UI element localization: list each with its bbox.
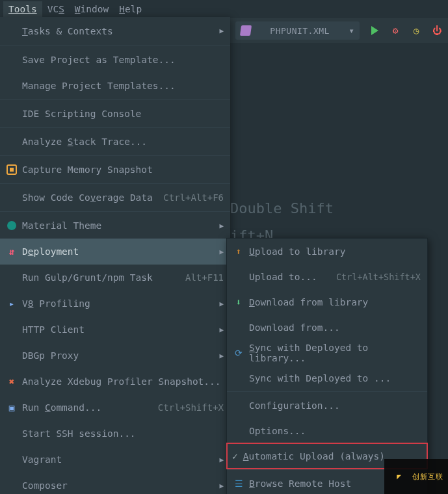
deploy-sync-library[interactable]: ⟳ Sync with Deployed to library... [227, 340, 427, 365]
deploy-sync-to[interactable]: Sync with Deployed to ... [227, 365, 427, 391]
separator [0, 183, 230, 184]
server-icon: ☰ [232, 478, 245, 489]
php-config-icon [240, 25, 252, 36]
tools-manage-templates[interactable]: Manage Project Templates... [0, 73, 230, 99]
run-config-label: PHPUNIT.XML [256, 26, 343, 36]
separator [0, 155, 230, 156]
chip-icon [5, 164, 18, 175]
deployment-icon: ⇵ [5, 246, 18, 257]
tools-xdebug[interactable]: ✖ Analyze Xdebug Profiler Snapshot... [0, 369, 230, 395]
tools-http-client[interactable]: HTTP Client ▶ [0, 317, 230, 343]
shortcut: Ctrl+Alt+Shift+X [336, 272, 421, 282]
tools-material-theme[interactable]: Material Theme ▶ [0, 213, 230, 239]
tools-ssh[interactable]: Start SSH session... [0, 421, 230, 447]
chevron-right-icon: ▶ [219, 248, 224, 256]
watermark: ◤ 创新互联 [384, 459, 448, 494]
shortcut: Ctrl+Shift+X [158, 402, 224, 413]
download-icon: ⬇ [232, 297, 245, 307]
chevron-right-icon: ▶ [219, 27, 224, 35]
debug-button[interactable]: ⚙ [389, 25, 401, 36]
chevron-right-icon: ▶ [219, 222, 224, 230]
shortcut: Ctrl+Alt+F6 [163, 192, 224, 203]
coverage-run-button[interactable]: ◷ [410, 25, 422, 36]
separator [0, 46, 230, 46]
v8-icon: ▸ [5, 298, 18, 309]
watermark-icon: ◤ [390, 467, 408, 486]
tools-composer[interactable]: Composer ▶ [0, 473, 230, 494]
xdebug-icon: ✖ [5, 376, 18, 387]
tools-analyze-stack[interactable]: Analyze Stack Trace... [0, 129, 230, 155]
tools-dropdown: Tasks & Contexts ▶ Save Project as Templ… [0, 17, 230, 494]
chevron-right-icon: ▶ [219, 352, 224, 360]
separator [0, 99, 230, 100]
terminal-icon: ▣ [5, 402, 18, 413]
chevron-right-icon: ▶ [219, 456, 224, 464]
run-config-selector[interactable]: PHPUNIT.XML ▾ [235, 21, 360, 40]
stop-button[interactable]: ⏻ [431, 25, 443, 36]
upload-icon: ⬆ [232, 246, 245, 257]
phone-icon: ⏻ [432, 25, 442, 36]
chevron-right-icon: ▶ [219, 300, 224, 308]
tools-capture-memory[interactable]: Capture Memory Snapshot [0, 157, 230, 183]
deployment-submenu: ⬆ Upload to library Upload to... Ctrl+Al… [226, 238, 428, 494]
menu-help[interactable]: Help [114, 1, 147, 17]
tools-vagrant[interactable]: Vagrant ▶ [0, 447, 230, 473]
chevron-right-icon: ▶ [219, 326, 224, 334]
separator [227, 391, 427, 392]
coverage-icon: ◷ [414, 25, 419, 36]
chevron-right-icon: ▶ [219, 482, 224, 490]
deploy-download-from[interactable]: Download from... [227, 315, 427, 340]
tools-coverage[interactable]: Show Code Coverage Data Ctrl+Alt+F6 [0, 185, 230, 211]
tools-v8[interactable]: ▸ V8 Profiling ▶ [0, 291, 230, 317]
menubar: Tools VCS Window Help [0, 0, 448, 18]
deploy-download-library[interactable]: ⬇ Download from library [227, 289, 427, 315]
bug-icon: ⚙ [393, 25, 399, 36]
play-icon [371, 26, 378, 35]
deploy-configuration[interactable]: Configuration... [227, 393, 427, 418]
menu-tools[interactable]: Tools [3, 1, 42, 17]
separator [0, 211, 230, 212]
tools-dbgp[interactable]: DBGp Proxy ▶ [0, 343, 230, 369]
deploy-upload-library[interactable]: ⬆ Upload to library [227, 239, 427, 264]
material-theme-icon [5, 221, 18, 230]
watermark-text: 创新互联 [412, 472, 443, 482]
chevron-down-icon: ▾ [349, 25, 354, 36]
checkmark-icon: ✓ [232, 451, 238, 462]
sync-icon: ⟳ [232, 348, 245, 358]
deploy-upload-to[interactable]: Upload to... Ctrl+Alt+Shift+X [227, 264, 427, 289]
menu-vcs[interactable]: VCS [42, 1, 70, 17]
tools-save-template[interactable]: Save Project as Template... [0, 47, 230, 73]
tools-ide-console[interactable]: IDE Scripting Console [0, 101, 230, 127]
tools-tasks-contexts[interactable]: Tasks & Contexts ▶ [0, 17, 230, 45]
separator [0, 127, 230, 128]
tools-gulp[interactable]: Run Gulp/Grunt/npm Task Alt+F11 [0, 265, 230, 291]
shortcut: Alt+F11 [185, 272, 224, 283]
hint-search-everywhere: Double Shift [230, 195, 334, 222]
menu-window[interactable]: Window [70, 1, 114, 17]
deploy-options[interactable]: Options... [227, 418, 427, 443]
tools-run-command[interactable]: ▣ Run Command... Ctrl+Shift+X [0, 395, 230, 421]
top-toolbar: PHPUNIT.XML ▾ ⚙ ◷ ⏻ [230, 18, 448, 43]
tools-deployment[interactable]: ⇵ Deployment ▶ [0, 239, 230, 265]
run-button[interactable] [369, 25, 380, 36]
